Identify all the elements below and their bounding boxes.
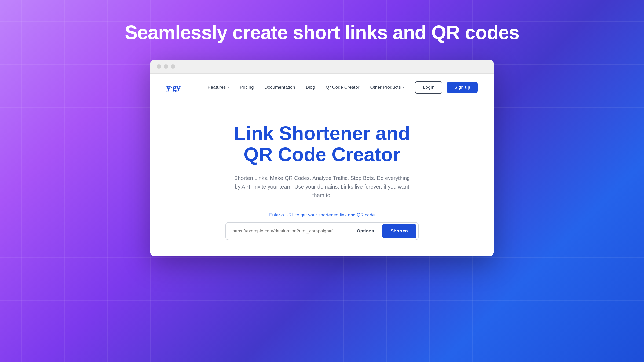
browser-content: y·gy Features ▾ Pricing Documentation Bl… (150, 74, 494, 256)
hero-heading: Link Shortener and QR Code Creator (234, 123, 410, 165)
page-background: Seamlessly create short links and QR cod… (0, 0, 644, 362)
url-form: Options Shorten (225, 222, 419, 240)
nav-documentation[interactable]: Documentation (264, 85, 295, 90)
nav-blog[interactable]: Blog (306, 85, 315, 90)
browser-window: y·gy Features ▾ Pricing Documentation Bl… (150, 60, 494, 256)
nav-links: Features ▾ Pricing Documentation Blog Qr… (208, 85, 404, 90)
url-input[interactable] (226, 223, 350, 239)
navbar: y·gy Features ▾ Pricing Documentation Bl… (150, 74, 494, 101)
logo[interactable]: y·gy (166, 83, 180, 93)
browser-dot-maximize (171, 64, 175, 69)
hero-subtext: Shorten Links. Make QR Codes. Analyze Tr… (231, 174, 413, 200)
nav-actions: Login Sign up (415, 81, 478, 94)
nav-features[interactable]: Features ▾ (208, 85, 229, 90)
browser-dot-close (157, 64, 161, 69)
hero-section: Link Shortener and QR Code Creator Short… (150, 101, 494, 256)
shorten-button[interactable]: Shorten (382, 224, 416, 238)
options-button[interactable]: Options (350, 224, 380, 238)
login-button[interactable]: Login (415, 81, 443, 94)
nav-other-products[interactable]: Other Products ▾ (370, 85, 404, 90)
browser-titlebar (150, 60, 494, 74)
browser-dot-minimize (164, 64, 168, 69)
nav-pricing[interactable]: Pricing (240, 85, 254, 90)
url-form-label: Enter a URL to get your shortened link a… (269, 212, 375, 218)
nav-qr-code-creator[interactable]: Qr Code Creator (326, 85, 360, 90)
chevron-down-icon: ▾ (402, 86, 404, 89)
chevron-down-icon: ▾ (227, 86, 229, 89)
signup-button[interactable]: Sign up (447, 82, 478, 93)
page-hero-title: Seamlessly create short links and QR cod… (125, 21, 519, 43)
